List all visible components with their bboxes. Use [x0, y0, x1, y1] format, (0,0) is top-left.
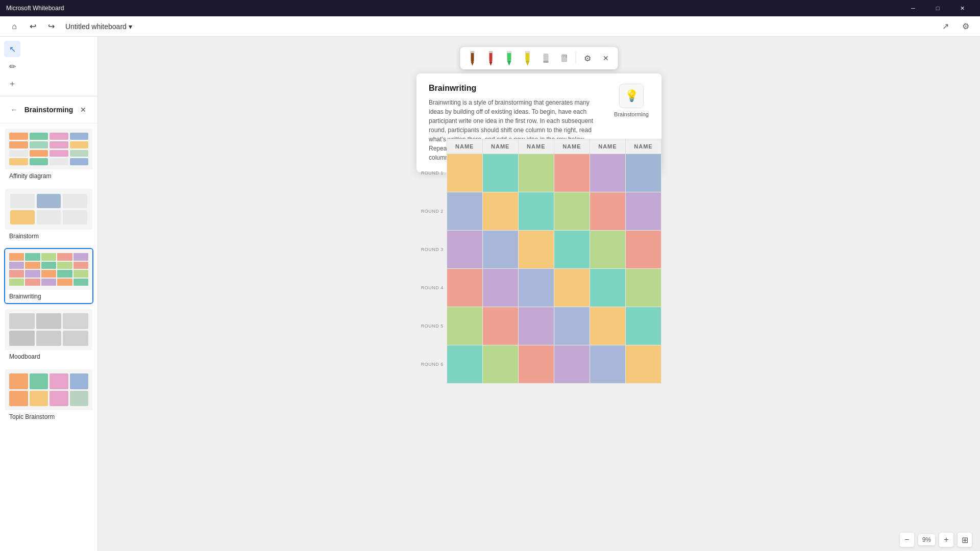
- back-button[interactable]: ←: [8, 103, 20, 117]
- marker-green-tool[interactable]: [501, 50, 518, 66]
- cell-r6c3[interactable]: [518, 345, 554, 384]
- add-tool-button[interactable]: ＋: [4, 76, 20, 92]
- sidebar-close-button[interactable]: ✕: [77, 103, 89, 117]
- cell-r3c3[interactable]: [518, 231, 554, 269]
- main-layout: ↖ ✏ ＋ ← Brainstorming ✕: [0, 37, 980, 551]
- close-window-button[interactable]: ✕: [950, 0, 974, 16]
- file-name: Untitled whiteboard: [65, 22, 127, 31]
- maximize-button[interactable]: □: [926, 0, 949, 16]
- template-item-affinity-diagram[interactable]: Affinity diagram: [4, 128, 93, 184]
- cell-r6c6[interactable]: [625, 345, 661, 384]
- cell-r1c5[interactable]: [590, 154, 625, 192]
- toolbar-close-button[interactable]: ✕: [598, 50, 614, 66]
- col-header-1: NAME: [447, 139, 482, 154]
- svg-rect-13: [544, 61, 549, 63]
- pen-brown-tool[interactable]: [464, 50, 481, 66]
- zoom-out-button[interactable]: −: [900, 533, 914, 547]
- topic-brainstorm-thumb: [5, 369, 92, 410]
- share-button[interactable]: ↗: [937, 18, 953, 35]
- zoom-level: 9%: [918, 534, 935, 545]
- template-icon-label: Brainstorming: [614, 111, 649, 117]
- cell-r1c1[interactable]: [447, 154, 482, 192]
- svg-marker-10: [526, 61, 530, 66]
- brainstorm-thumb: [5, 189, 92, 230]
- fit-view-button[interactable]: ⊞: [958, 533, 972, 547]
- home-button[interactable]: ⌂: [6, 18, 22, 35]
- svg-rect-2: [471, 51, 475, 53]
- cell-r4c2[interactable]: [482, 269, 518, 307]
- cell-r5c5[interactable]: [590, 307, 625, 345]
- cell-r2c6[interactable]: [625, 192, 661, 231]
- select-tool-button[interactable]: ↖: [4, 41, 20, 57]
- cell-r3c5[interactable]: [590, 231, 625, 269]
- cell-r2c4[interactable]: [554, 192, 590, 231]
- zoom-in-button[interactable]: +: [939, 533, 953, 547]
- canvas-area[interactable]: ⚙ ✕ Brainwriting Brainwriting is a style…: [98, 37, 980, 551]
- template-title: Brainwriting: [429, 84, 605, 93]
- cell-r5c4[interactable]: [554, 307, 590, 345]
- cell-r3c1[interactable]: [447, 231, 482, 269]
- cell-r5c3[interactable]: [518, 307, 554, 345]
- cell-r6c5[interactable]: [590, 345, 625, 384]
- brainwriting-thumb: [5, 249, 92, 290]
- svg-rect-8: [507, 51, 512, 53]
- sidebar-tools: ↖ ✏ ＋: [0, 37, 97, 96]
- undo-button[interactable]: ↩: [24, 18, 41, 35]
- brainwriting-grid: NAME NAME NAME NAME NAME NAME ROUND 1: [416, 139, 662, 384]
- cell-r1c4[interactable]: [554, 154, 590, 192]
- template-item-topic-brainstorm[interactable]: Topic Brainstorm: [4, 368, 93, 424]
- round-6-label: ROUND 6: [416, 345, 447, 384]
- menu-bar: ⌂ ↩ ↪ Untitled whiteboard ▾ ↗ ⚙: [0, 16, 980, 37]
- moodboard-label: Moodboard: [5, 350, 92, 363]
- round-5-label: ROUND 5: [416, 307, 447, 345]
- file-title[interactable]: Untitled whiteboard ▾: [61, 20, 136, 33]
- cell-r1c6[interactable]: [625, 154, 661, 192]
- cell-r1c3[interactable]: [518, 154, 554, 192]
- eraser-tool[interactable]: [538, 50, 554, 66]
- template-item-brainwriting[interactable]: Brainwriting: [4, 248, 93, 304]
- cell-r1c2[interactable]: [482, 154, 518, 192]
- affinity-diagram-label: Affinity diagram: [5, 169, 92, 183]
- table-row: ROUND 6: [416, 345, 662, 384]
- cell-r6c1[interactable]: [447, 345, 482, 384]
- table-row: ROUND 2: [416, 192, 662, 231]
- cell-r6c4[interactable]: [554, 345, 590, 384]
- cell-r3c6[interactable]: [625, 231, 661, 269]
- table-row: ROUND 4: [416, 269, 662, 307]
- template-item-moodboard[interactable]: Moodboard: [4, 308, 93, 364]
- cell-r2c5[interactable]: [590, 192, 625, 231]
- cell-r4c5[interactable]: [590, 269, 625, 307]
- ruler-tool[interactable]: [556, 50, 573, 66]
- cell-r2c2[interactable]: [482, 192, 518, 231]
- template-grid: Affinity diagram Brainst: [0, 123, 97, 429]
- marker-yellow-tool[interactable]: [520, 50, 536, 66]
- cell-r3c4[interactable]: [554, 231, 590, 269]
- cell-r2c1[interactable]: [447, 192, 482, 231]
- cell-r5c6[interactable]: [625, 307, 661, 345]
- topic-brainstorm-label: Topic Brainstorm: [5, 410, 92, 423]
- cell-r4c1[interactable]: [447, 269, 482, 307]
- pen-tool-button[interactable]: ✏: [4, 58, 20, 74]
- redo-button[interactable]: ↪: [43, 18, 59, 35]
- cell-r4c6[interactable]: [625, 269, 661, 307]
- minimize-button[interactable]: ─: [901, 0, 925, 16]
- settings-icon[interactable]: ⚙: [579, 50, 596, 66]
- cell-r4c3[interactable]: [518, 269, 554, 307]
- title-bar: Microsoft Whiteboard ─ □ ✕: [0, 0, 980, 16]
- round-1-label: ROUND 1: [416, 154, 447, 192]
- round-2-label: ROUND 2: [416, 192, 447, 231]
- cell-r4c4[interactable]: [554, 269, 590, 307]
- cell-r2c3[interactable]: [518, 192, 554, 231]
- status-bar: − 9% + ⊞: [892, 529, 980, 551]
- settings-button[interactable]: ⚙: [958, 18, 974, 35]
- round-4-label: ROUND 4: [416, 269, 447, 307]
- table-row: ROUND 3: [416, 231, 662, 269]
- template-item-brainstorm[interactable]: Brainstorm: [4, 188, 93, 244]
- cell-r6c2[interactable]: [482, 345, 518, 384]
- cell-r5c2[interactable]: [482, 307, 518, 345]
- cell-r3c2[interactable]: [482, 231, 518, 269]
- table-row: ROUND 5: [416, 307, 662, 345]
- pen-red-tool[interactable]: [483, 50, 499, 66]
- col-header-4: NAME: [554, 139, 590, 154]
- cell-r5c1[interactable]: [447, 307, 482, 345]
